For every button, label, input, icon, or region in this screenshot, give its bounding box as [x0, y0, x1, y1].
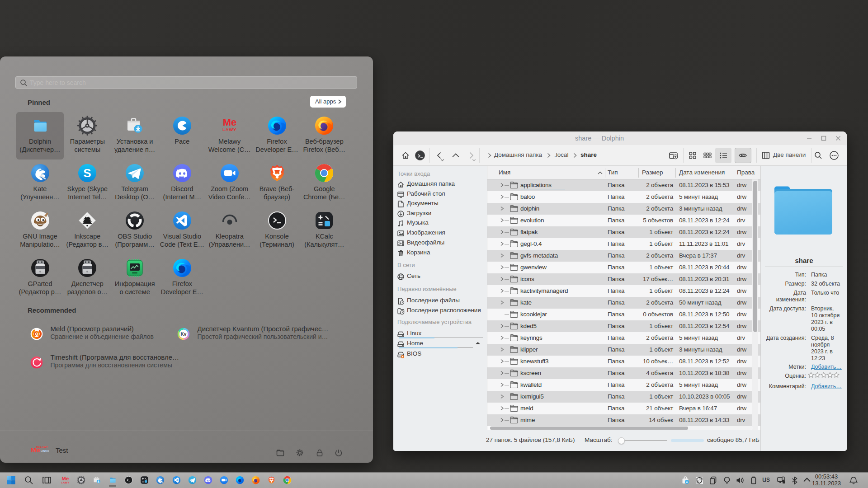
svg-text:LAWY: LAWY	[61, 481, 69, 484]
svg-text:LAWY: LAWY	[222, 127, 236, 132]
svg-text:Kv: Kv	[180, 332, 186, 337]
svg-text:Me: Me	[222, 117, 236, 128]
svg-text:Me: Me	[62, 476, 69, 481]
svg-text:S: S	[84, 166, 91, 180]
